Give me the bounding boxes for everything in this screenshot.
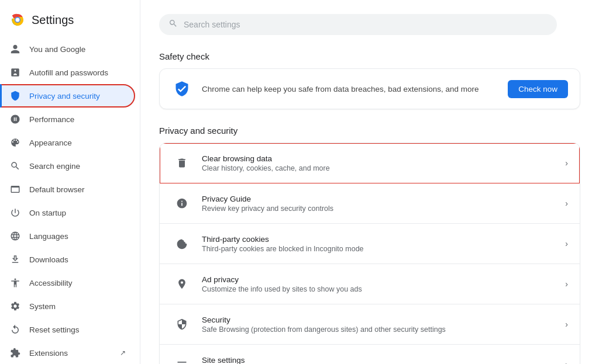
sidebar-item-label: You and Google: [29, 45, 126, 54]
search-bar: [159, 14, 557, 35]
settings-item-security[interactable]: Security Safe Browsing (protection from …: [160, 304, 580, 345]
privacy-security-list: Clear browsing data Clear history, cooki…: [159, 143, 580, 364]
item-title: Clear browsing data: [202, 154, 556, 163]
safety-check-card: Chrome can help keep you safe from data …: [159, 68, 580, 109]
accessibility-icon: [9, 277, 21, 289]
item-title: Ad privacy: [202, 275, 556, 284]
safety-shield-icon: [171, 78, 192, 99]
svg-point-2: [16, 18, 20, 22]
download-icon: [9, 254, 21, 265]
settings-item-site-settings[interactable]: Site settings Controls what information …: [160, 345, 580, 364]
person-icon: [9, 43, 21, 55]
chevron-right-icon: ›: [565, 320, 568, 329]
item-desc: Review key privacy and security controls: [202, 204, 556, 213]
safety-check-title: Safety check: [159, 51, 580, 61]
chevron-right-icon: ›: [565, 158, 568, 168]
chevron-right-icon: ›: [565, 239, 568, 248]
settings-icon: [9, 300, 21, 312]
power-icon: [9, 207, 21, 219]
trash-icon: [171, 152, 192, 174]
globe-icon: [9, 230, 21, 242]
search-icon: [9, 160, 21, 172]
sidebar-item-label: Appearance: [29, 138, 126, 147]
item-text: Site settings Controls what information …: [202, 356, 556, 365]
sidebar-item-label: System: [29, 302, 126, 311]
item-title: Third-party cookies: [202, 235, 556, 244]
reset-icon: [9, 324, 21, 335]
site-settings-icon: [171, 354, 192, 364]
item-text: Security Safe Browsing (protection from …: [202, 316, 556, 334]
palette-icon: [9, 137, 21, 148]
sidebar-item-on-startup[interactable]: On startup: [0, 201, 135, 224]
sidebar-item-label: Autofill and passwords: [29, 68, 126, 77]
sidebar-item-label: Languages: [29, 232, 126, 241]
article-icon: [9, 67, 21, 78]
item-desc: Customize the info used by sites to show…: [202, 285, 556, 293]
sidebar-header: Settings: [0, 5, 140, 37]
search-icon: [168, 19, 178, 30]
search-input[interactable]: [184, 20, 548, 29]
sidebar-item-label: Privacy and security: [29, 92, 126, 100]
item-text: Third-party cookies Third-party cookies …: [202, 235, 556, 253]
sidebar-item-label: Downloads: [29, 255, 126, 264]
sidebar-item-label: Reset settings: [29, 325, 126, 334]
cookie-icon: [171, 233, 192, 254]
item-title: Privacy Guide: [202, 195, 556, 203]
item-desc: Safe Browsing (protection from dangerous…: [202, 325, 556, 334]
privacy-security-title: Privacy and security: [159, 126, 580, 136]
sidebar-item-you-and-google[interactable]: You and Google: [0, 37, 135, 61]
sidebar-item-appearance[interactable]: Appearance: [0, 131, 135, 154]
sidebar-item-label: Default browser: [29, 185, 126, 194]
sidebar-nav: You and Google Autofill and passwords Pr…: [0, 37, 140, 364]
sidebar-item-label: Accessibility: [29, 279, 126, 287]
security-icon: [171, 314, 192, 335]
chrome-logo-icon: [9, 12, 26, 28]
sidebar-item-default-browser[interactable]: Default browser: [0, 178, 135, 201]
shield-icon: [9, 90, 21, 102]
item-text: Ad privacy Customize the info used by si…: [202, 275, 556, 293]
settings-item-privacy-guide[interactable]: Privacy Guide Review key privacy and sec…: [160, 183, 580, 224]
settings-item-clear-browsing-data[interactable]: Clear browsing data Clear history, cooki…: [160, 143, 580, 183]
ad-privacy-icon: [171, 273, 192, 294]
sidebar-item-autofill[interactable]: Autofill and passwords: [0, 61, 135, 84]
sidebar-item-label: On startup: [29, 209, 126, 217]
sidebar-item-extensions[interactable]: Extensions ↗: [0, 341, 135, 364]
sidebar: Settings You and Google Autofill and pas…: [0, 0, 140, 364]
item-title: Security: [202, 316, 556, 324]
chevron-right-icon: ›: [565, 279, 568, 289]
sidebar-item-accessibility[interactable]: Accessibility: [0, 271, 135, 294]
sidebar-item-privacy-security[interactable]: Privacy and security: [0, 84, 135, 108]
sidebar-item-system[interactable]: System: [0, 294, 135, 318]
sidebar-item-label: Performance: [29, 115, 126, 124]
chevron-right-icon: ›: [565, 360, 568, 364]
safety-check-description: Chrome can help keep you safe from data …: [202, 85, 498, 93]
speed-icon: [9, 113, 21, 125]
item-title: Site settings: [202, 356, 556, 365]
sidebar-item-languages[interactable]: Languages: [0, 224, 135, 248]
app-title: Settings: [32, 13, 74, 27]
puzzle-icon: [9, 347, 21, 359]
item-desc: Third-party cookies are blocked in Incog…: [202, 245, 556, 253]
item-text: Privacy Guide Review key privacy and sec…: [202, 195, 556, 213]
sidebar-item-downloads[interactable]: Downloads: [0, 248, 135, 271]
main-content: Safety check Chrome can help keep you sa…: [140, 0, 599, 364]
browser-icon: [9, 183, 21, 195]
settings-item-third-party-cookies[interactable]: Third-party cookies Third-party cookies …: [160, 224, 580, 264]
privacy-guide-icon: [171, 193, 192, 214]
sidebar-item-label: Extensions: [29, 349, 109, 358]
item-desc: Clear history, cookies, cache, and more: [202, 164, 556, 172]
sidebar-item-label: Search engine: [29, 162, 126, 171]
external-link-icon: ↗: [120, 349, 126, 357]
sidebar-item-reset[interactable]: Reset settings: [0, 318, 135, 341]
sidebar-item-search-engine[interactable]: Search engine: [0, 154, 135, 178]
item-text: Clear browsing data Clear history, cooki…: [202, 154, 556, 172]
settings-item-ad-privacy[interactable]: Ad privacy Customize the info used by si…: [160, 264, 580, 304]
sidebar-item-performance[interactable]: Performance: [0, 108, 135, 131]
check-now-button[interactable]: Check now: [508, 80, 568, 98]
search-bar-container: [159, 14, 580, 35]
chevron-right-icon: ›: [565, 199, 568, 208]
